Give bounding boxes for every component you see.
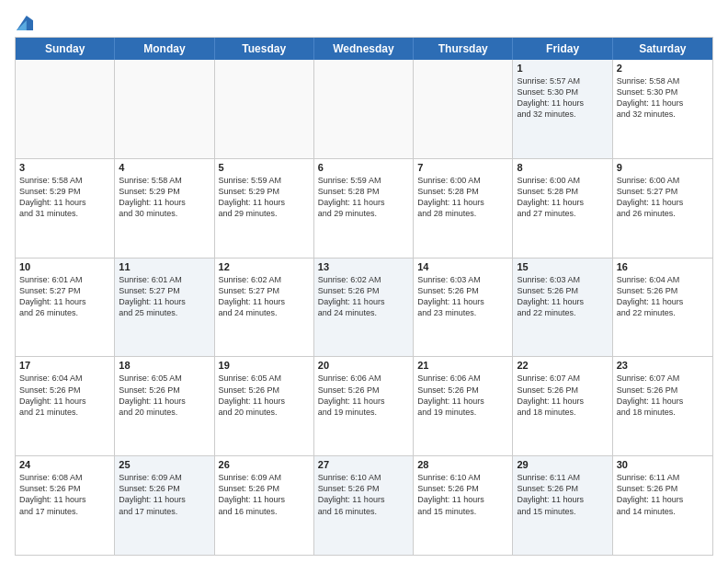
day-cell-13: 13Sunrise: 6:02 AMSunset: 5:26 PMDayligh…: [314, 259, 414, 357]
day-number-3: 3: [19, 162, 110, 173]
day-number-30: 30: [617, 459, 709, 470]
weekday-header-friday: Friday: [513, 38, 612, 60]
day-number-15: 15: [517, 261, 608, 272]
cell-info-6: Sunrise: 5:59 AMSunset: 5:28 PMDaylight:…: [318, 175, 409, 220]
page: SundayMondayTuesdayWednesdayThursdayFrid…: [0, 0, 728, 563]
day-number-12: 12: [219, 261, 310, 272]
day-cell-1: 1Sunrise: 5:57 AMSunset: 5:30 PMDaylight…: [513, 60, 612, 158]
cell-info-9: Sunrise: 6:00 AMSunset: 5:27 PMDaylight:…: [617, 175, 709, 220]
day-cell-4: 4Sunrise: 5:58 AMSunset: 5:29 PMDaylight…: [115, 159, 214, 258]
day-cell-30: 30Sunrise: 6:11 AMSunset: 5:26 PMDayligh…: [613, 456, 712, 555]
cell-info-25: Sunrise: 6:09 AMSunset: 5:26 PMDaylight:…: [119, 472, 210, 517]
day-cell-17: 17Sunrise: 6:04 AMSunset: 5:26 PMDayligh…: [16, 357, 115, 455]
day-number-7: 7: [417, 162, 508, 173]
calendar-body: 1Sunrise: 5:57 AMSunset: 5:30 PMDaylight…: [16, 60, 712, 555]
day-number-14: 14: [417, 261, 508, 272]
cell-info-29: Sunrise: 6:11 AMSunset: 5:26 PMDaylight:…: [517, 472, 608, 517]
day-number-24: 24: [19, 459, 110, 470]
day-cell-3: 3Sunrise: 5:58 AMSunset: 5:29 PMDaylight…: [16, 159, 115, 258]
empty-cell-0-2: [215, 60, 314, 158]
weekday-header-sunday: Sunday: [16, 38, 115, 60]
day-cell-14: 14Sunrise: 6:03 AMSunset: 5:26 PMDayligh…: [414, 259, 513, 357]
cell-info-26: Sunrise: 6:09 AMSunset: 5:26 PMDaylight:…: [219, 472, 310, 517]
logo: [15, 11, 33, 29]
empty-cell-0-3: [314, 60, 414, 158]
day-number-1: 1: [517, 63, 608, 74]
calendar: SundayMondayTuesdayWednesdayThursdayFrid…: [15, 37, 713, 556]
day-number-25: 25: [119, 459, 210, 470]
cell-info-19: Sunrise: 6:05 AMSunset: 5:26 PMDaylight:…: [219, 373, 310, 418]
day-cell-22: 22Sunrise: 6:07 AMSunset: 5:26 PMDayligh…: [513, 357, 612, 455]
day-number-5: 5: [219, 162, 310, 173]
day-cell-6: 6Sunrise: 5:59 AMSunset: 5:28 PMDaylight…: [314, 159, 414, 258]
cell-info-7: Sunrise: 6:00 AMSunset: 5:28 PMDaylight:…: [417, 175, 508, 220]
day-cell-24: 24Sunrise: 6:08 AMSunset: 5:26 PMDayligh…: [16, 456, 115, 555]
weekday-header-wednesday: Wednesday: [314, 38, 414, 60]
day-cell-25: 25Sunrise: 6:09 AMSunset: 5:26 PMDayligh…: [115, 456, 214, 555]
empty-cell-0-0: [16, 60, 115, 158]
logo-icon: [17, 15, 33, 31]
day-number-29: 29: [517, 459, 608, 470]
day-cell-8: 8Sunrise: 6:00 AMSunset: 5:28 PMDaylight…: [513, 159, 612, 258]
weekday-header-thursday: Thursday: [414, 38, 513, 60]
calendar-row-5: 24Sunrise: 6:08 AMSunset: 5:26 PMDayligh…: [16, 456, 712, 555]
cell-info-21: Sunrise: 6:06 AMSunset: 5:26 PMDaylight:…: [417, 373, 508, 418]
weekday-header-saturday: Saturday: [613, 38, 712, 60]
calendar-header: SundayMondayTuesdayWednesdayThursdayFrid…: [16, 38, 712, 60]
empty-cell-0-1: [115, 60, 214, 158]
header: [15, 11, 713, 29]
day-number-4: 4: [119, 162, 210, 173]
day-number-2: 2: [617, 63, 709, 74]
cell-info-28: Sunrise: 6:10 AMSunset: 5:26 PMDaylight:…: [417, 472, 508, 517]
day-cell-28: 28Sunrise: 6:10 AMSunset: 5:26 PMDayligh…: [414, 456, 513, 555]
cell-info-16: Sunrise: 6:04 AMSunset: 5:26 PMDaylight:…: [617, 274, 709, 319]
cell-info-10: Sunrise: 6:01 AMSunset: 5:27 PMDaylight:…: [19, 274, 110, 319]
day-cell-5: 5Sunrise: 5:59 AMSunset: 5:29 PMDaylight…: [215, 159, 314, 258]
day-cell-27: 27Sunrise: 6:10 AMSunset: 5:26 PMDayligh…: [314, 456, 414, 555]
cell-info-8: Sunrise: 6:00 AMSunset: 5:28 PMDaylight:…: [517, 175, 608, 220]
day-cell-29: 29Sunrise: 6:11 AMSunset: 5:26 PMDayligh…: [513, 456, 612, 555]
weekday-header-monday: Monday: [115, 38, 214, 60]
calendar-row-2: 3Sunrise: 5:58 AMSunset: 5:29 PMDaylight…: [16, 159, 712, 259]
day-number-27: 27: [318, 459, 409, 470]
calendar-row-3: 10Sunrise: 6:01 AMSunset: 5:27 PMDayligh…: [16, 259, 712, 358]
day-cell-20: 20Sunrise: 6:06 AMSunset: 5:26 PMDayligh…: [314, 357, 414, 455]
day-cell-10: 10Sunrise: 6:01 AMSunset: 5:27 PMDayligh…: [16, 259, 115, 357]
day-number-16: 16: [617, 261, 709, 272]
cell-info-20: Sunrise: 6:06 AMSunset: 5:26 PMDaylight:…: [318, 373, 409, 418]
cell-info-5: Sunrise: 5:59 AMSunset: 5:29 PMDaylight:…: [219, 175, 310, 220]
day-number-18: 18: [119, 360, 210, 371]
day-cell-7: 7Sunrise: 6:00 AMSunset: 5:28 PMDaylight…: [414, 159, 513, 258]
day-number-23: 23: [617, 360, 709, 371]
day-cell-23: 23Sunrise: 6:07 AMSunset: 5:26 PMDayligh…: [613, 357, 712, 455]
cell-info-2: Sunrise: 5:58 AMSunset: 5:30 PMDaylight:…: [617, 75, 709, 121]
cell-info-30: Sunrise: 6:11 AMSunset: 5:26 PMDaylight:…: [617, 472, 709, 517]
calendar-row-1: 1Sunrise: 5:57 AMSunset: 5:30 PMDaylight…: [16, 60, 712, 159]
cell-info-13: Sunrise: 6:02 AMSunset: 5:26 PMDaylight:…: [318, 274, 409, 319]
day-cell-26: 26Sunrise: 6:09 AMSunset: 5:26 PMDayligh…: [215, 456, 314, 555]
day-number-26: 26: [219, 459, 310, 470]
cell-info-12: Sunrise: 6:02 AMSunset: 5:27 PMDaylight:…: [219, 274, 310, 319]
day-number-11: 11: [119, 261, 210, 272]
day-number-20: 20: [318, 360, 409, 371]
day-number-21: 21: [417, 360, 508, 371]
cell-info-17: Sunrise: 6:04 AMSunset: 5:26 PMDaylight:…: [19, 373, 110, 418]
day-number-8: 8: [517, 162, 608, 173]
day-number-17: 17: [19, 360, 110, 371]
cell-info-4: Sunrise: 5:58 AMSunset: 5:29 PMDaylight:…: [119, 175, 210, 220]
day-cell-2: 2Sunrise: 5:58 AMSunset: 5:30 PMDaylight…: [613, 60, 712, 158]
day-number-10: 10: [19, 261, 110, 272]
day-number-22: 22: [517, 360, 608, 371]
day-cell-11: 11Sunrise: 6:01 AMSunset: 5:27 PMDayligh…: [115, 259, 214, 357]
day-cell-18: 18Sunrise: 6:05 AMSunset: 5:26 PMDayligh…: [115, 357, 214, 455]
cell-info-14: Sunrise: 6:03 AMSunset: 5:26 PMDaylight:…: [417, 274, 508, 319]
cell-info-18: Sunrise: 6:05 AMSunset: 5:26 PMDaylight:…: [119, 373, 210, 418]
calendar-row-4: 17Sunrise: 6:04 AMSunset: 5:26 PMDayligh…: [16, 357, 712, 456]
day-cell-21: 21Sunrise: 6:06 AMSunset: 5:26 PMDayligh…: [414, 357, 513, 455]
cell-info-27: Sunrise: 6:10 AMSunset: 5:26 PMDaylight:…: [318, 472, 409, 517]
cell-info-15: Sunrise: 6:03 AMSunset: 5:26 PMDaylight:…: [517, 274, 608, 319]
cell-info-3: Sunrise: 5:58 AMSunset: 5:29 PMDaylight:…: [19, 175, 110, 220]
day-number-9: 9: [617, 162, 709, 173]
day-number-19: 19: [219, 360, 310, 371]
weekday-header-tuesday: Tuesday: [215, 38, 314, 60]
